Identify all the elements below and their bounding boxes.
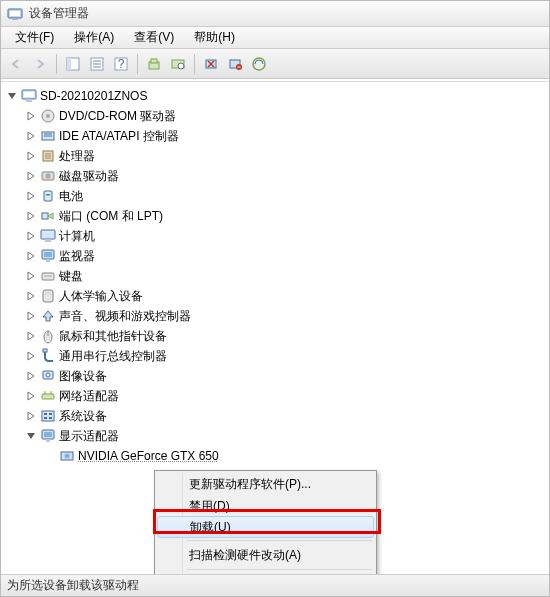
expand-icon[interactable] bbox=[24, 309, 38, 323]
update-driver-button[interactable] bbox=[143, 53, 165, 75]
tree-category[interactable]: 人体学输入设备 bbox=[24, 286, 549, 306]
tree-root-label: SD-20210201ZNOS bbox=[40, 89, 147, 103]
svg-rect-49 bbox=[42, 394, 54, 399]
uninstall-button[interactable] bbox=[200, 53, 222, 75]
expand-icon[interactable] bbox=[24, 149, 38, 163]
disable-button[interactable] bbox=[224, 53, 246, 75]
expand-icon[interactable] bbox=[24, 169, 38, 183]
ctx-disable[interactable]: 禁用(D) bbox=[157, 495, 374, 517]
expand-icon[interactable] bbox=[24, 369, 38, 383]
menu-file[interactable]: 文件(F) bbox=[5, 27, 64, 48]
expand-icon[interactable] bbox=[24, 209, 38, 223]
svg-rect-46 bbox=[43, 349, 47, 352]
tree-category[interactable]: 键盘 bbox=[24, 266, 549, 286]
expand-icon[interactable] bbox=[24, 249, 38, 263]
category-icon bbox=[40, 108, 56, 124]
tree-category[interactable]: 鼠标和其他指针设备 bbox=[24, 326, 549, 346]
expand-icon[interactable] bbox=[24, 109, 38, 123]
svg-rect-32 bbox=[44, 191, 52, 201]
svg-point-61 bbox=[65, 454, 70, 459]
category-icon bbox=[40, 268, 56, 284]
tree-item-label: 人体学输入设备 bbox=[59, 288, 143, 305]
svg-point-31 bbox=[46, 174, 51, 179]
tree-category[interactable]: 系统设备 bbox=[24, 406, 549, 426]
category-icon bbox=[40, 308, 56, 324]
svg-rect-56 bbox=[49, 417, 52, 419]
svg-rect-4 bbox=[67, 58, 71, 70]
tree-category[interactable]: 电池 bbox=[24, 186, 549, 206]
tree-item-label: 图像设备 bbox=[59, 368, 107, 385]
tree-item-label: 监视器 bbox=[59, 248, 95, 265]
status-text: 为所选设备卸载该驱动程 bbox=[7, 577, 139, 594]
help-button[interactable]: ? bbox=[110, 53, 132, 75]
expand-icon[interactable] bbox=[24, 129, 38, 143]
tree-item-label: 网络适配器 bbox=[59, 388, 119, 405]
tree-device-gpu[interactable]: NVIDIA GeForce GTX 650 bbox=[43, 446, 549, 466]
category-icon bbox=[40, 288, 56, 304]
tree-item-label: DVD/CD-ROM 驱动器 bbox=[59, 108, 176, 125]
menu-view[interactable]: 查看(V) bbox=[124, 27, 184, 48]
tree-item-label: 声音、视频和游戏控制器 bbox=[59, 308, 191, 325]
ctx-scan-hardware[interactable]: 扫描检测硬件改动(A) bbox=[157, 544, 374, 566]
svg-rect-21 bbox=[24, 92, 34, 97]
show-hide-tree-button[interactable] bbox=[62, 53, 84, 75]
svg-rect-59 bbox=[46, 439, 50, 442]
tree-category[interactable]: 图像设备 bbox=[24, 366, 549, 386]
scan-hardware-button[interactable] bbox=[167, 53, 189, 75]
ctx-update-driver[interactable]: 更新驱动程序软件(P)... bbox=[157, 473, 374, 495]
tree-category[interactable]: 网络适配器 bbox=[24, 386, 549, 406]
back-button bbox=[5, 53, 27, 75]
tree-category[interactable]: 计算机 bbox=[24, 226, 549, 246]
expand-icon[interactable] bbox=[24, 329, 38, 343]
expand-icon[interactable] bbox=[24, 229, 38, 243]
category-icon bbox=[40, 188, 56, 204]
tree-category[interactable]: 监视器 bbox=[24, 246, 549, 266]
svg-point-24 bbox=[46, 114, 50, 118]
category-icon bbox=[40, 228, 56, 244]
tree-category[interactable]: DVD/CD-ROM 驱动器 bbox=[24, 106, 549, 126]
tree-category[interactable]: IDE ATA/ATAPI 控制器 bbox=[24, 126, 549, 146]
ctx-uninstall[interactable]: 卸载(U) bbox=[157, 516, 374, 538]
expand-icon[interactable] bbox=[24, 389, 38, 403]
window-title: 设备管理器 bbox=[29, 5, 89, 22]
properties-button[interactable] bbox=[86, 53, 108, 75]
svg-rect-12 bbox=[151, 59, 157, 63]
menubar: 文件(F) 操作(A) 查看(V) 帮助(H) bbox=[1, 27, 549, 49]
expand-icon[interactable] bbox=[24, 269, 38, 283]
collapse-icon[interactable] bbox=[5, 89, 19, 103]
tree-root[interactable]: SD-20210201ZNOS bbox=[5, 86, 549, 106]
expand-icon[interactable] bbox=[24, 189, 38, 203]
category-icon bbox=[40, 328, 56, 344]
tree-category-display-adapters[interactable]: 显示适配器 bbox=[24, 426, 549, 446]
tree-item-label: 键盘 bbox=[59, 268, 83, 285]
expand-icon[interactable] bbox=[24, 349, 38, 363]
menu-help[interactable]: 帮助(H) bbox=[184, 27, 245, 48]
svg-rect-39 bbox=[46, 259, 50, 262]
tree-item-label: 计算机 bbox=[59, 228, 95, 245]
tree-item-label: IDE ATA/ATAPI 控制器 bbox=[59, 128, 179, 145]
tree-category[interactable]: 处理器 bbox=[24, 146, 549, 166]
tree-category[interactable]: 磁盘驱动器 bbox=[24, 166, 549, 186]
tree-category[interactable]: 声音、视频和游戏控制器 bbox=[24, 306, 549, 326]
svg-rect-2 bbox=[12, 18, 18, 20]
svg-rect-43 bbox=[45, 292, 51, 295]
tree-item-label: 显示适配器 bbox=[59, 428, 119, 445]
category-icon bbox=[40, 248, 56, 264]
tree-item-label: 电池 bbox=[59, 188, 83, 205]
expand-icon[interactable] bbox=[24, 289, 38, 303]
enable-button[interactable] bbox=[248, 53, 270, 75]
toolbar: ? bbox=[1, 49, 549, 79]
svg-rect-42 bbox=[43, 290, 53, 302]
svg-rect-22 bbox=[26, 99, 32, 102]
tree-category[interactable]: 通用串行总线控制器 bbox=[24, 346, 549, 366]
menu-action[interactable]: 操作(A) bbox=[64, 27, 124, 48]
collapse-icon[interactable] bbox=[24, 429, 38, 443]
svg-rect-38 bbox=[44, 252, 52, 257]
category-icon bbox=[40, 208, 56, 224]
category-icon bbox=[40, 168, 56, 184]
tree-category[interactable]: 端口 (COM 和 LPT) bbox=[24, 206, 549, 226]
tree-item-label: 磁盘驱动器 bbox=[59, 168, 119, 185]
category-icon bbox=[40, 388, 56, 404]
tree-item-label: 端口 (COM 和 LPT) bbox=[59, 208, 163, 225]
expand-icon[interactable] bbox=[24, 409, 38, 423]
